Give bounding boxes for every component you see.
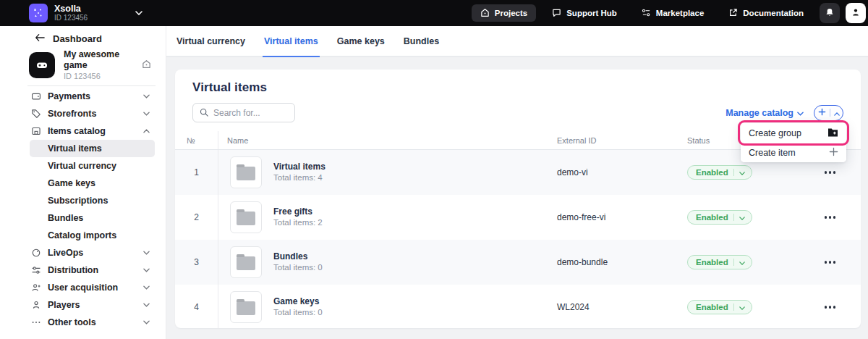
manage-catalog-button[interactable]: Manage catalog [726, 108, 804, 118]
chevron-down-icon [143, 320, 150, 325]
group-total: Total items: 2 [273, 217, 323, 228]
chevron-down-icon [797, 108, 804, 118]
folder-icon [230, 246, 262, 278]
sliders-icon [30, 265, 41, 275]
tab-virtual-items[interactable]: Virtual items [263, 26, 320, 57]
documentation-button[interactable]: Documentation [720, 4, 812, 22]
tab-virtual-currency[interactable]: Virtual currency [175, 26, 247, 57]
marketplace-button[interactable]: Marketplace [633, 4, 712, 22]
chevron-down-icon [143, 112, 150, 116]
search-icon [200, 106, 208, 120]
chevron-down-icon [739, 302, 745, 312]
row-actions-button[interactable] [829, 216, 832, 219]
project-switcher[interactable]: Xsolla ID 123456 [29, 4, 142, 22]
plus-icon [829, 147, 838, 159]
chevron-up-icon [834, 107, 840, 118]
user-icon [30, 300, 41, 310]
box-icon [30, 126, 41, 136]
sidebar-nav: Payments Storefronts Items catalog Virtu… [0, 88, 166, 331]
external-id: demo-vi [550, 167, 676, 177]
bell-icon [825, 7, 835, 20]
brand-text: Xsolla ID 123456 [54, 4, 88, 22]
status-badge[interactable]: Enabled [687, 165, 752, 180]
home-icon [480, 8, 490, 19]
user-plus-icon [30, 282, 41, 293]
toolbar: Manage catalog [192, 103, 843, 122]
chevron-down-icon [143, 285, 150, 290]
card-header: Virtual items Manage catalog [175, 70, 861, 122]
tab-bundles[interactable]: Bundles [402, 26, 441, 57]
chevron-down-icon [739, 167, 745, 177]
sidebar-item-user-acquisition[interactable]: User acquisition [0, 279, 166, 296]
create-split-button[interactable] [814, 105, 843, 121]
sidebar-item-players[interactable]: Players [0, 296, 166, 314]
back-label: Dashboard [53, 33, 102, 44]
table-row[interactable]: 3 Bundles Total items: 0 demo-bundle Ena… [175, 240, 861, 285]
page: Xsolla ID 123456 Projects Support Hub Ma… [0, 0, 868, 339]
person-icon [851, 7, 861, 20]
topbar: Xsolla ID 123456 Projects Support Hub Ma… [0, 0, 868, 26]
sidebar-item-liveops[interactable]: LiveOps [0, 244, 166, 261]
sidebar-item-payments[interactable]: Payments [0, 88, 166, 105]
folder-icon [230, 201, 262, 233]
tag-icon [30, 109, 41, 119]
table-row[interactable]: 2 Free gifts Total items: 2 demo-free-vi… [175, 195, 861, 240]
chevron-down-icon [143, 251, 150, 255]
status-badge[interactable]: Enabled [687, 255, 752, 269]
project-id: ID 123456 [64, 72, 142, 82]
divider [27, 85, 156, 86]
plus-icon [818, 107, 826, 118]
row-actions-button[interactable] [829, 306, 832, 309]
group-name: Game keys [273, 296, 323, 308]
sidebar: Dashboard My awesome game ID 123456 Paym… [0, 26, 166, 339]
sidebar-item-subscriptions[interactable]: Subscriptions [30, 192, 155, 209]
sidebar-item-storefronts[interactable]: Storefronts [0, 105, 166, 122]
support-hub-button[interactable]: Support Hub [543, 4, 626, 22]
menu-item-create-item[interactable]: Create item [741, 143, 846, 162]
sliders-icon [642, 8, 651, 19]
main-area: Virtual currency Virtual items Game keys… [166, 26, 868, 339]
group-name: Virtual items [273, 162, 326, 173]
project-avatar [29, 52, 55, 78]
projects-button[interactable]: Projects [472, 4, 536, 22]
status-badge[interactable]: Enabled [687, 210, 752, 225]
arrow-left-icon [35, 33, 45, 44]
current-project[interactable]: My awesome game ID 123456 [0, 52, 166, 78]
topbar-nav: Projects Support Hub Marketplace Documen… [472, 3, 866, 23]
folder-icon [230, 156, 262, 188]
home-icon [142, 59, 151, 72]
tab-game-keys[interactable]: Game keys [336, 26, 386, 57]
account-button[interactable] [846, 3, 866, 23]
menu-item-create-group[interactable]: Create group [741, 123, 846, 143]
wallet-icon [30, 91, 41, 101]
sidebar-item-other-tools[interactable]: Other tools [0, 314, 166, 331]
project-name: My awesome game [64, 49, 142, 72]
external-id: demo-free-vi [550, 212, 676, 222]
brand-name: Xsolla [54, 4, 88, 14]
row-actions-button[interactable] [829, 171, 832, 174]
external-id: demo-bundle [550, 257, 676, 267]
sidebar-item-items-catalog[interactable]: Items catalog [0, 122, 166, 140]
content: Virtual items Manage catalog [166, 57, 868, 338]
xsolla-logo-icon [29, 4, 48, 22]
project-meta: My awesome game ID 123456 [64, 49, 142, 82]
sidebar-item-catalog-imports[interactable]: Catalog imports [30, 227, 155, 244]
back-to-dashboard[interactable]: Dashboard [0, 32, 166, 45]
notifications-button[interactable] [820, 3, 840, 23]
sidebar-item-distribution[interactable]: Distribution [0, 261, 166, 279]
table-row[interactable]: 4 Game keys Total items: 0 WL2024 Enable… [175, 285, 861, 328]
search-input[interactable] [213, 108, 288, 118]
page-title: Virtual items [192, 80, 843, 95]
sidebar-item-bundles[interactable]: Bundles [30, 209, 155, 227]
create-dropdown-menu: Create group Create item [741, 123, 846, 162]
catalog-tabs: Virtual currency Virtual items Game keys… [166, 26, 868, 57]
chevron-down-icon [143, 268, 150, 272]
status-badge[interactable]: Enabled [687, 300, 752, 314]
chevron-down-icon [143, 303, 150, 307]
sidebar-item-game-keys[interactable]: Game keys [30, 175, 155, 192]
divider [830, 109, 830, 117]
sidebar-item-virtual-currency[interactable]: Virtual currency [30, 157, 155, 175]
group-total: Total items: 4 [273, 172, 326, 183]
row-actions-button[interactable] [829, 261, 832, 264]
sidebar-item-virtual-items[interactable]: Virtual items [30, 140, 155, 157]
